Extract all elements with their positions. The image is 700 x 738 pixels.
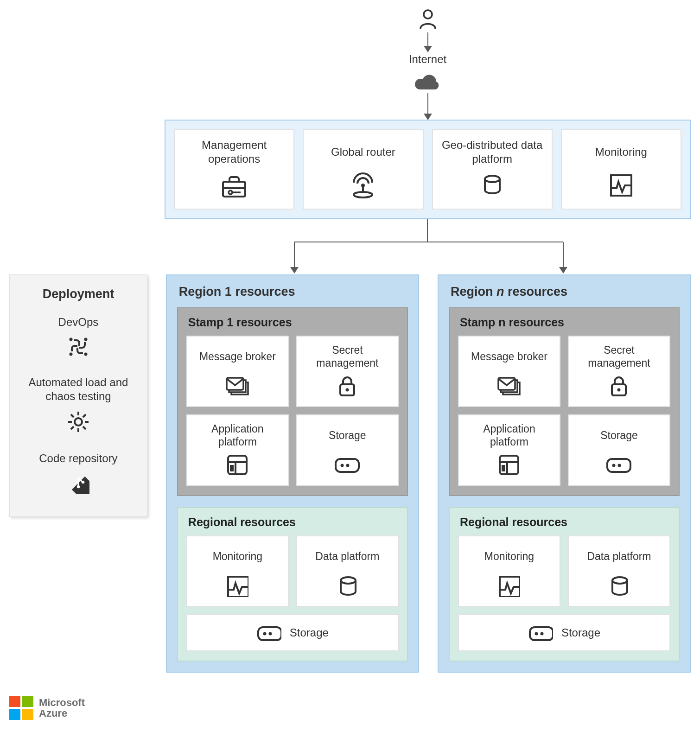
card-global-router: Global router xyxy=(303,129,423,210)
global-resources-container: Management operations Global router Geo-… xyxy=(165,120,691,219)
storage-icon xyxy=(605,453,632,477)
monitoring-icon xyxy=(226,574,248,598)
envelope-stack-icon xyxy=(496,375,522,398)
app-window-icon xyxy=(498,453,520,477)
stamp-n-title: Stamp n resources xyxy=(460,316,670,329)
user-icon xyxy=(419,9,437,31)
database-icon xyxy=(482,172,503,199)
toolbox-icon xyxy=(220,172,248,199)
regional-1-title: Regional resources xyxy=(188,515,399,529)
deployment-title: Deployment xyxy=(19,287,138,301)
card-app-platform: Application platform xyxy=(186,414,289,486)
lock-icon xyxy=(608,375,630,398)
card-regional-monitoring: Monitoring xyxy=(458,535,560,607)
envelope-stack-icon xyxy=(225,375,250,398)
internet-label: Internet xyxy=(409,53,446,66)
card-secret-management: Secret management xyxy=(568,336,670,407)
microsoft-azure-logo: Microsoft Azure xyxy=(9,696,691,720)
microsoft-logo-icon xyxy=(9,696,33,720)
stamp-n-box: Stamp n resources Message broker Secret … xyxy=(449,307,680,496)
region-1-box: Region 1 resources Stamp 1 resources Mes… xyxy=(166,274,419,673)
card-management-operations: Management operations xyxy=(174,129,294,210)
deployment-item-devops: DevOps xyxy=(19,315,138,358)
deployment-item-chaos: Automated load and chaos testing xyxy=(19,375,138,434)
regional-1-box: Regional resources Monitoring Data platf… xyxy=(177,507,408,662)
card-geo-data-platform: Geo-distributed data platform xyxy=(432,129,553,210)
split-connector xyxy=(165,219,691,274)
region-n-box: Region n resources Stamp n resources Mes… xyxy=(438,274,691,673)
card-storage: Storage xyxy=(568,414,670,486)
card-message-broker: Message broker xyxy=(186,336,289,407)
cloud-icon xyxy=(413,68,443,91)
region-1-title: Region 1 resources xyxy=(179,285,408,299)
deployment-item-repo: Code repository xyxy=(19,452,138,494)
monitoring-icon xyxy=(498,574,520,598)
card-message-broker: Message broker xyxy=(458,336,560,407)
card-regional-storage: Storage xyxy=(186,614,399,651)
region-n-title: Region n resources xyxy=(451,285,680,299)
storage-icon xyxy=(334,453,361,477)
card-regional-data-platform: Data platform xyxy=(296,535,399,607)
architecture-diagram: Internet Management operations Global ro… xyxy=(9,9,691,720)
svg-marker-45 xyxy=(290,267,299,274)
microsoft-azure-text: Microsoft Azure xyxy=(39,697,85,719)
database-icon xyxy=(338,574,356,598)
database-icon xyxy=(610,574,628,598)
main-row: Deployment DevOps Automated load and cha… xyxy=(9,274,691,673)
storage-icon xyxy=(528,623,553,642)
regional-n-title: Regional resources xyxy=(460,515,670,529)
devops-icon xyxy=(19,336,138,358)
card-app-platform: Application platform xyxy=(458,414,560,486)
card-regional-storage: Storage xyxy=(458,614,670,651)
app-window-icon xyxy=(226,453,248,477)
git-icon xyxy=(19,472,138,494)
regional-n-box: Regional resources Monitoring Data platf… xyxy=(449,507,680,662)
lock-icon xyxy=(337,375,358,398)
card-regional-data-platform: Data platform xyxy=(568,535,670,607)
gear-icon xyxy=(19,410,138,434)
stamp-1-title: Stamp 1 resources xyxy=(188,316,399,329)
deployment-panel: Deployment DevOps Automated load and cha… xyxy=(9,274,147,517)
router-icon xyxy=(349,172,377,199)
card-monitoring: Monitoring xyxy=(561,129,681,210)
svg-marker-46 xyxy=(559,267,567,274)
card-regional-monitoring: Monitoring xyxy=(186,535,289,607)
storage-icon xyxy=(256,623,281,642)
arrow-user-to-internet xyxy=(427,32,428,52)
card-storage: Storage xyxy=(296,414,399,486)
monitoring-icon xyxy=(609,172,633,199)
arrow-internet-to-global xyxy=(427,93,428,120)
card-secret-management: Secret management xyxy=(296,336,399,407)
stamp-1-box: Stamp 1 resources Message broker Secret … xyxy=(177,307,408,496)
